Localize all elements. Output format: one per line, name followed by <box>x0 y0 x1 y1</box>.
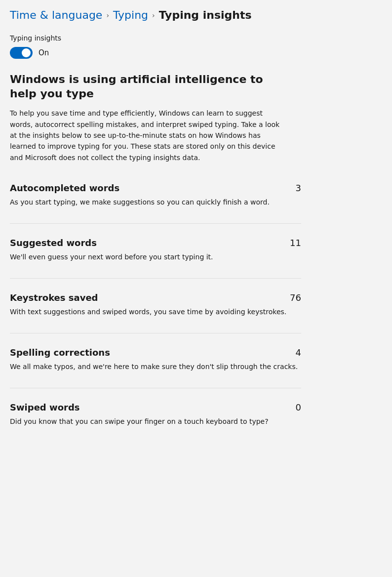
main-content: Typing insights On Windows is using arti… <box>0 29 392 462</box>
stat-header: Spelling corrections4 <box>10 347 301 358</box>
chevron-icon-1: › <box>106 11 109 19</box>
stat-header: Keystrokes saved76 <box>10 292 301 303</box>
chevron-icon-2: › <box>152 11 155 19</box>
stat-value: 0 <box>296 402 301 412</box>
typing-insights-toggle[interactable] <box>10 47 33 59</box>
toggle-state-label: On <box>39 48 49 57</box>
stat-value: 4 <box>296 347 301 358</box>
ai-description: To help you save time and type efficient… <box>10 108 286 163</box>
toggle-row: On <box>10 47 382 59</box>
ai-heading: Windows is using artificial intelligence… <box>10 73 286 101</box>
stat-divider <box>10 388 301 388</box>
stat-divider <box>10 223 301 224</box>
toggle-track <box>10 47 33 59</box>
stat-description: Did you know that you can swipe your fin… <box>10 416 301 427</box>
toggle-thumb <box>22 48 31 57</box>
stat-value: 11 <box>290 238 301 248</box>
stat-description: We all make typos, and we're here to mak… <box>10 362 301 372</box>
stat-title: Suggested words <box>10 238 97 248</box>
stat-title: Keystrokes saved <box>10 292 98 303</box>
stat-header: Swiped words0 <box>10 402 301 412</box>
stat-header: Autocompleted words3 <box>10 183 301 193</box>
stat-section: Spelling corrections4We all make typos, … <box>10 347 301 372</box>
stat-description: We'll even guess your next word before y… <box>10 252 301 262</box>
stat-section: Suggested words11We'll even guess your n… <box>10 238 301 262</box>
breadcrumb-typing-insights: Typing insights <box>159 9 252 21</box>
stat-section: Swiped words0Did you know that you can s… <box>10 402 301 427</box>
stats-container: Autocompleted words3As you start typing,… <box>10 183 382 427</box>
stat-section: Autocompleted words3As you start typing,… <box>10 183 301 207</box>
stat-value: 76 <box>290 292 301 303</box>
breadcrumb-time-language[interactable]: Time & language <box>10 9 102 21</box>
breadcrumb-typing[interactable]: Typing <box>113 9 148 21</box>
stat-divider <box>10 278 301 279</box>
stat-divider <box>10 333 301 333</box>
stat-title: Swiped words <box>10 402 79 412</box>
stat-description: With text suggestions and swiped words, … <box>10 307 301 317</box>
stat-description: As you start typing, we make suggestions… <box>10 197 301 207</box>
stat-section: Keystrokes saved76With text suggestions … <box>10 292 301 317</box>
stat-header: Suggested words11 <box>10 238 301 248</box>
stat-title: Autocompleted words <box>10 183 119 193</box>
page-title-label: Typing insights <box>10 34 382 42</box>
breadcrumb: Time & language › Typing › Typing insigh… <box>0 0 392 29</box>
stat-value: 3 <box>296 183 301 193</box>
stat-title: Spelling corrections <box>10 347 110 358</box>
